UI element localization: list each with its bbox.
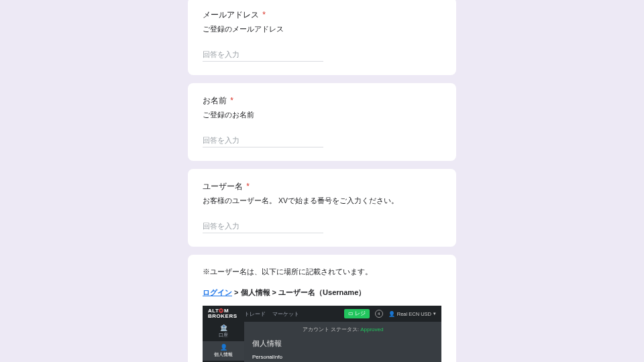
question-card-email: メールアドレス * ご登録のメールアドレス (188, 0, 456, 75)
card-icon: ▭ (348, 310, 354, 316)
breadcrumb: ログイン > 個人情報 > ユーザー名（Username） (203, 288, 441, 298)
chevron-down-icon: ▾ (433, 311, 436, 316)
account-status: アカウント ステータス: Approved (244, 322, 441, 333)
breadcrumb-rest: > 個人情報 > ユーザー名（Username） (232, 288, 366, 296)
title-text: メールアドレス (203, 10, 259, 19)
sb-label: 口座 (219, 333, 228, 337)
required-mark: * (262, 10, 266, 19)
tabs: PersonalInfo (244, 351, 441, 362)
embed-sidebar: 🏦 口座 👤 個人情報 FinancialDetails ⚙ 設定 (203, 322, 244, 362)
register-label: レジ (355, 310, 366, 316)
question-title: メールアドレス * (203, 9, 441, 21)
question-card-name: お名前 * ご登録のお名前 (188, 83, 456, 161)
account-selector: 👤 Real ECN USD ▾ (388, 311, 436, 317)
page-title: 個人情報 (244, 333, 441, 351)
title-text: ユーザー名 (203, 182, 243, 191)
register-button: ▭ レジ (344, 309, 370, 318)
person-icon: 👤 (203, 344, 244, 351)
bank-icon: 🏦 (203, 324, 244, 331)
question-desc: ご登録のメールアドレス (203, 25, 441, 34)
embed-main: アカウント ステータス: Approved 個人情報 PersonalInfo … (244, 322, 441, 362)
sidebar-item-personal: 👤 個人情報 (203, 341, 244, 361)
title-text: お名前 (203, 96, 227, 105)
topbar-right: ▭ レジ 4 👤 Real ECN USD ▾ (344, 309, 436, 318)
breadcrumb-login-link[interactable]: ログイン (203, 288, 232, 296)
username-input[interactable] (203, 219, 323, 233)
username-location-note: ※ユーザー名は、以下に場所に記載されています。 (203, 267, 441, 277)
question-desc: ご登録のお名前 (203, 111, 441, 120)
question-title: お名前 * (203, 95, 441, 107)
nav-market: マーケット (272, 310, 299, 318)
embed-topbar: ALT⏣M BROKERS トレード マーケット ▭ レジ 4 👤 Real E… (203, 306, 441, 322)
embed-body: 🏦 口座 👤 個人情報 FinancialDetails ⚙ 設定 (203, 322, 441, 362)
status-value: Approved (360, 326, 383, 333)
notification-badge: 4 (375, 310, 383, 318)
info-card: ※ユーザー名は、以下に場所に記載されています。 ログイン > 個人情報 > ユー… (188, 255, 456, 362)
required-mark: * (230, 96, 233, 105)
sb-label: 個人情報 (214, 352, 233, 357)
required-mark: * (246, 182, 250, 191)
sidebar-item-account: 🏦 口座 (203, 322, 244, 341)
email-input[interactable] (203, 48, 323, 62)
question-title: ユーザー名 * (203, 181, 441, 192)
logo: ALT⏣M BROKERS (208, 308, 237, 319)
logo-subtext: BROKERS (208, 314, 237, 319)
name-input[interactable] (203, 133, 323, 147)
person-icon: 👤 (388, 311, 395, 317)
account-name: Real ECN USD (397, 311, 431, 317)
embedded-screenshot: ALT⏣M BROKERS トレード マーケット ▭ レジ 4 👤 Real E… (203, 306, 441, 362)
tab-personalinfo: PersonalInfo (250, 351, 285, 362)
nav-trade: トレード (244, 310, 266, 318)
status-label: アカウント ステータス: (303, 326, 359, 333)
question-card-username: ユーザー名 * お客様のユーザー名。 XVで始まる番号をご入力ください。 (188, 169, 456, 247)
question-desc: お客様のユーザー名。 XVで始まる番号をご入力ください。 (203, 196, 441, 206)
